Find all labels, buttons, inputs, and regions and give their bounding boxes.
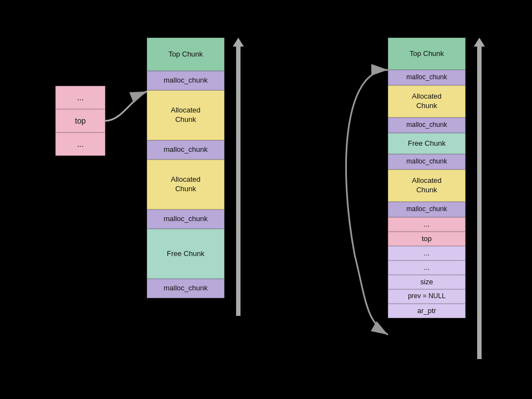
right-top: top (388, 232, 466, 246)
left-heap: Top Chunk malloc_chunk AllocatedChunk ma… (147, 38, 224, 298)
right-top-chunk: Top Chunk (388, 38, 466, 70)
left-free-chunk: Free Chunk (147, 229, 224, 279)
left-malloc-chunk-3: malloc_chunk (147, 209, 224, 229)
struct-top: top (55, 109, 105, 132)
right-heap: Top Chunk malloc_chunk AllocatedChunk ma… (388, 38, 466, 318)
right-malloc-chunk-4: malloc_chunk (388, 202, 466, 217)
diagram: ... top ... Top Chunk malloc_chunk Alloc… (0, 0, 532, 399)
right-dots-2: ... (388, 246, 466, 260)
right-ar-ptr: ar_ptr (388, 304, 466, 318)
right-free-chunk: Free Chunk (388, 133, 466, 154)
right-allocated-chunk-2: AllocatedChunk (388, 170, 466, 202)
right-arrow (474, 38, 485, 359)
struct-dots-bottom: ... (55, 132, 105, 156)
struct-dots-top: ... (55, 86, 105, 109)
left-allocated-chunk-2: AllocatedChunk (147, 160, 224, 209)
left-malloc-chunk-4: malloc_chunk (147, 279, 224, 298)
right-dots-3: ... (388, 260, 466, 275)
right-size: size (388, 275, 466, 289)
right-dots-1: ... (388, 217, 466, 232)
left-struct: ... top ... (55, 86, 105, 156)
left-malloc-chunk-2: malloc_chunk (147, 140, 224, 160)
right-malloc-chunk-3: malloc_chunk (388, 154, 466, 170)
left-malloc-chunk-1: malloc_chunk (147, 71, 224, 90)
right-malloc-chunk-1: malloc_chunk (388, 70, 466, 85)
right-allocated-chunk-1: AllocatedChunk (388, 85, 466, 117)
right-malloc-chunk-2: malloc_chunk (388, 117, 466, 133)
left-arrow (233, 38, 244, 316)
left-allocated-chunk-1: AllocatedChunk (147, 90, 224, 140)
right-prev-null: prev = NULL (388, 289, 466, 304)
left-top-chunk: Top Chunk (147, 38, 224, 71)
